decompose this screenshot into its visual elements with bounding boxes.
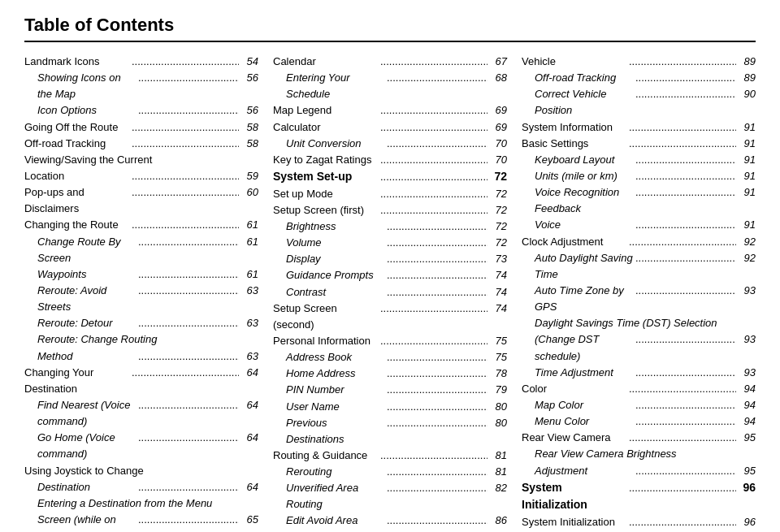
toc-entry-page: 75	[488, 333, 507, 349]
toc-entry-text: Home Address	[273, 365, 387, 382]
toc-entry-page: 64	[239, 430, 258, 446]
toc-entry-text: Calculator	[273, 119, 380, 136]
toc-entry: Pop-ups and Disclaimers.................…	[24, 184, 258, 217]
toc-entry: Basic Settings..........................…	[522, 136, 756, 152]
toc-entry-dots: ........................................…	[387, 415, 488, 431]
toc-entry: Auto Time Zone by GPS...................…	[522, 283, 756, 315]
toc-entry-page: 74	[488, 267, 507, 283]
toc-entry-text: Auto Time Zone by GPS	[522, 283, 635, 315]
toc-entry-dots: ........................................…	[635, 283, 736, 299]
toc-entry-page: 90	[736, 86, 756, 102]
toc-entry-dots: ........................................…	[132, 136, 239, 152]
toc-entry-text: Brightness	[273, 218, 387, 235]
toc-entry-dots: ........................................…	[629, 54, 736, 70]
toc-entry: Set up Mode.............................…	[273, 186, 507, 202]
toc-entry-text: Screen (while on route)	[24, 512, 138, 532]
toc-entry-text: Find Nearest (Voice command)	[24, 397, 138, 430]
toc-entry-dots: ........................................…	[138, 430, 239, 446]
toc-entry-page: 96	[736, 514, 756, 530]
toc-entry-page: 88	[488, 530, 507, 532]
toc-entry: Volume..................................…	[273, 235, 507, 251]
toc-entry-page: 61	[239, 234, 258, 250]
toc-entry-dots: ........................................…	[629, 234, 736, 250]
toc-entry-page: 96	[736, 479, 756, 497]
toc-entry-text: System Initialization	[522, 479, 629, 514]
toc-entry: Waypoints...............................…	[24, 266, 258, 283]
toc-entry-page: 80	[488, 399, 507, 415]
toc-entry-dots: ........................................…	[132, 119, 239, 136]
toc-entry-dots: ........................................…	[387, 284, 488, 301]
toc-entry-dots: ........................................…	[380, 448, 488, 464]
toc-entry-text: Daylight Savings Time (DST) Selection	[522, 315, 756, 331]
toc-entry: Edit Waypoint Search Area...............…	[273, 530, 507, 532]
toc-entry-text: System Information	[522, 119, 629, 136]
toc-entry: Vehicle.................................…	[522, 54, 756, 70]
toc-entry-page: 69	[488, 102, 507, 119]
toc-entry-dots: ........................................…	[387, 218, 488, 235]
toc-entry: System Set-up...........................…	[273, 168, 507, 186]
toc-columns: Landmark Icons..........................…	[24, 54, 756, 532]
toc-entry-text: Icon Options	[24, 102, 138, 119]
toc-entry-page: 95	[736, 463, 756, 479]
toc-entry-text: Keyboard Layout	[522, 152, 635, 168]
toc-entry-page: 94	[736, 381, 756, 397]
toc-entry-dots: ........................................…	[138, 479, 239, 495]
toc-entry-page: 74	[488, 301, 507, 317]
toc-entry-page: 70	[488, 152, 507, 168]
toc-entry-page: 64	[239, 397, 258, 413]
toc-entry-text: Map Legend	[273, 102, 380, 119]
toc-entry-dots: ........................................…	[138, 348, 239, 365]
toc-entry-text: Personal Information	[273, 333, 380, 349]
toc-entry-text: Pop-ups and Disclaimers	[24, 184, 132, 217]
toc-entry-text: Time Adjustment	[522, 365, 635, 381]
toc-entry-dots: ........................................…	[387, 70, 488, 86]
toc-entry: Reroute: Detour.........................…	[24, 315, 258, 331]
toc-entry: Menu Color..............................…	[522, 413, 756, 430]
toc-entry: Rear View Camera........................…	[522, 430, 756, 446]
toc-entry-text: Calendar	[273, 54, 380, 70]
toc-entry: Go Home (Voice command).................…	[24, 430, 258, 462]
toc-entry: Contrast................................…	[273, 284, 507, 301]
toc-entry-page: 72	[488, 235, 507, 251]
toc-entry-page: 72	[488, 186, 507, 202]
toc-entry-page: 72	[488, 202, 507, 218]
toc-entry: Find Nearest (Voice command)............…	[24, 397, 258, 430]
toc-entry: Display.................................…	[273, 251, 507, 267]
toc-entry-dots: ........................................…	[132, 217, 239, 233]
toc-entry-page: 61	[239, 266, 258, 283]
toc-entry-dots: ........................................…	[635, 70, 736, 86]
toc-entry-dots: ........................................…	[132, 184, 239, 201]
toc-entry: Calculator..............................…	[273, 119, 507, 136]
toc-entry-page: 95	[736, 430, 756, 446]
toc-entry-dots: ........................................…	[629, 480, 736, 496]
toc-entry-dots: ........................................…	[138, 397, 239, 413]
toc-entry-page: 91	[736, 217, 756, 233]
toc-entry-page: 56	[239, 102, 258, 119]
page-title: Table of Contents	[24, 15, 756, 42]
toc-entry-dots: ........................................…	[635, 152, 736, 168]
toc-entry-text: Basic Settings	[522, 136, 629, 152]
toc-entry: Off-road Tracking.......................…	[522, 70, 756, 86]
toc-entry-dots: ........................................…	[387, 464, 488, 480]
toc-entry-dots: ........................................…	[380, 169, 488, 185]
toc-entry-text: Going Off the Route	[24, 119, 132, 136]
toc-entry-text: Changing Your Destination	[24, 365, 132, 397]
toc-entry-text: Rerouting	[273, 464, 387, 480]
toc-entry: Changing Your Destination...............…	[24, 365, 258, 397]
toc-entry-page: 63	[239, 348, 258, 365]
toc-entry: Map Legend..............................…	[273, 102, 507, 119]
toc-entry-page: 93	[736, 283, 756, 299]
toc-entry: Color...................................…	[522, 381, 756, 397]
toc-entry: Unverified Area Routing.................…	[273, 480, 507, 513]
toc-entry-dots: ........................................…	[635, 168, 736, 184]
toc-entry-text: Clock Adjustment	[522, 234, 629, 250]
toc-entry-text: Using Joystick to Change	[24, 463, 258, 479]
toc-entry: Going Off the Route.....................…	[24, 119, 258, 136]
toc-entry-page: 89	[736, 54, 756, 70]
toc-entry-text: Voice	[522, 217, 635, 233]
toc-entry-text: Reroute: Change Routing	[24, 331, 258, 348]
toc-column-2: Vehicle.................................…	[522, 54, 756, 532]
toc-entry-dots: ........................................…	[380, 186, 488, 202]
toc-entry: Personal Information....................…	[273, 333, 507, 349]
toc-entry-dots: ........................................…	[635, 397, 736, 413]
